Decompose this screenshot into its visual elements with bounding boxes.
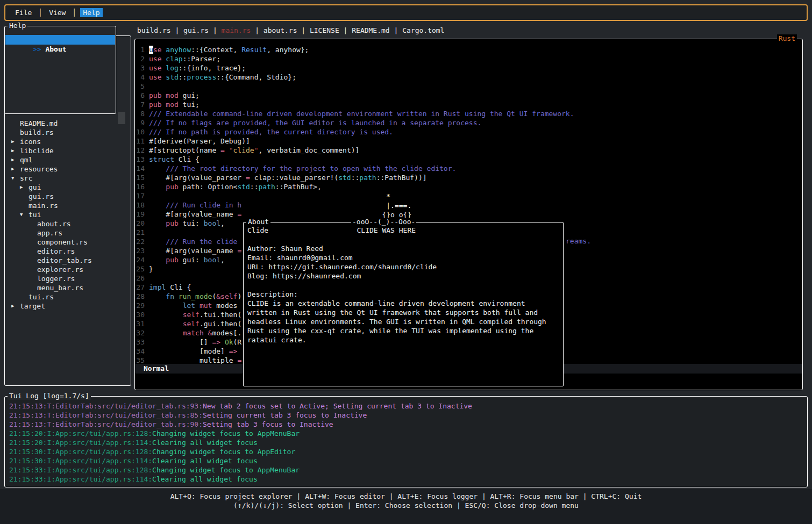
tree-item-component.rs[interactable]: component.rs (5, 238, 131, 247)
log-entry-message: Changing widget focus to AppMenuBar (152, 429, 300, 437)
code-line[interactable]: 9/// If no flags are provided, the GUI e… (135, 118, 802, 127)
menu-item-help[interactable]: Help (80, 8, 102, 17)
help-dropdown: Help >> About (4, 26, 116, 114)
line-number: 8 (135, 109, 145, 118)
language-badge: Rust (777, 34, 797, 42)
menu-item-file[interactable]: File (12, 8, 34, 17)
tree-item-label: icons (20, 137, 41, 146)
tree-item-README.md[interactable]: README.md (5, 119, 131, 128)
code-line[interactable]: 13struct Cli { (135, 155, 802, 164)
keybar-line-1: ALT+Q: Focus project explorer | ALT+W: F… (0, 492, 812, 501)
code-line[interactable]: 1use anyhow::{Context, Result, anyhow}; (135, 45, 802, 54)
code-line[interactable]: 12#[structopt(name = "clide", verbatim_d… (135, 146, 802, 155)
code-line[interactable]: 10/// If no path is provided, the curren… (135, 127, 802, 137)
text-cursor: u (149, 46, 153, 54)
tree-item-resources[interactable]: ▶resources (5, 164, 131, 174)
code-line-text: /// The root directory for the project t… (149, 164, 456, 173)
tab-LICENSE[interactable]: LICENSE (310, 26, 339, 34)
code-line[interactable]: 16 pub path: Option<std::path::PathBuf>, (135, 182, 802, 191)
tab-separator: | (297, 26, 309, 34)
line-number: 11 (135, 137, 145, 146)
log-entry-prefix: 21:15:30:I:App:src/tui/app.rs:128: (9, 448, 152, 456)
line-number: 29 (135, 301, 145, 310)
tree-item-gui.rs[interactable]: gui.rs (5, 192, 131, 201)
log-entry: 21:15:30:I:App:src/tui/app.rs:128:Changi… (9, 447, 803, 456)
help-menu-item-label-text: About (45, 45, 66, 53)
tree-item-editor_tab.rs[interactable]: editor_tab.rs (5, 256, 131, 265)
log-entry-prefix: 21:15:13:T:EditorTab:src/tui/editor_tab.… (9, 411, 203, 419)
line-number: 7 (135, 100, 145, 109)
tab-README.md[interactable]: README.md (352, 26, 389, 34)
code-line[interactable]: 8/// Extendable command-line driven deve… (135, 109, 802, 118)
tree-item-tui[interactable]: ▼tui (5, 210, 131, 219)
code-line[interactable]: 14 /// The root directory for the projec… (135, 164, 802, 173)
about-dialog-content: Clide CLIDE WAS HERE Author: Shaun Reed … (247, 226, 546, 344)
log-entry-prefix: 21:15:20:I:App:src/tui/app.rs:128: (9, 429, 152, 437)
line-number: 4 (135, 73, 145, 82)
code-line[interactable]: 15 #[arg(value_parser = clap::value_pars… (135, 173, 802, 182)
tree-item-label: menu_bar.rs (37, 283, 83, 292)
log-entry-prefix: 21:15:20:I:App:src/tui/app.rs:114: (9, 439, 152, 447)
line-number: 12 (135, 146, 145, 155)
code-line-text: pub path: Option<std::path::PathBuf>, (149, 182, 322, 191)
code-line[interactable]: 3use log::{info, trace}; (135, 63, 802, 73)
tab-Cargo.toml[interactable]: Cargo.toml (402, 26, 444, 34)
code-line-text: [mode] => (149, 347, 237, 356)
tab-build.rs[interactable]: build.rs (137, 26, 171, 34)
chevron-right-icon: ▶ (11, 137, 20, 146)
code-line[interactable]: 5 (135, 82, 802, 91)
tree-item-label: gui.rs (29, 192, 54, 201)
code-line-text: #[arg(value_name = (149, 246, 241, 255)
tree-item-target[interactable]: ▶target (5, 302, 131, 311)
tree-item-logger.rs[interactable]: logger.rs (5, 274, 131, 283)
help-dropdown-title: Help (8, 21, 27, 30)
log-entries: 21:15:13:T:EditorTab:src/tui/editor_tab.… (9, 401, 803, 484)
tree-item-tui.rs[interactable]: tui.rs (5, 292, 131, 302)
code-line-text: #[structopt(name = "clide", verbatim_doc… (149, 146, 359, 155)
line-number: 15 (135, 173, 145, 182)
tui-log-panel: Tui Log [log=1.7/s] 21:15:13:T:EditorTab… (4, 396, 808, 487)
tab-about.rs[interactable]: about.rs (263, 26, 297, 34)
code-line[interactable]: 6pub mod gui; (135, 91, 802, 100)
line-number: 28 (135, 292, 145, 301)
tree-item-menu_bar.rs[interactable]: menu_bar.rs (5, 283, 131, 292)
line-number: 24 (135, 255, 145, 264)
help-menu-item-about[interactable]: >> About (5, 35, 115, 45)
menu-item-view[interactable]: View (46, 8, 68, 17)
tab-separator: | (171, 26, 183, 34)
code-line[interactable]: 11#[derive(Parser, Debug)] (135, 137, 802, 146)
line-number: 26 (135, 274, 145, 283)
tree-item-explorer.rs[interactable]: explorer.rs (5, 265, 131, 274)
line-number: 16 (135, 182, 145, 191)
chevron-right-icon: ▶ (11, 302, 20, 311)
tree-item-qml[interactable]: ▶qml (5, 155, 131, 164)
tree-item-label: resources (20, 164, 58, 174)
tree-item-icons[interactable]: ▶icons (5, 137, 131, 146)
code-line-text: struct Cli { (149, 155, 200, 164)
code-line[interactable]: 4use std::process::{Command, Stdio}; (135, 73, 802, 82)
menu-separator: │ (72, 9, 76, 17)
tree-item-label: target (20, 302, 45, 311)
tree-item-app.rs[interactable]: app.rs (5, 228, 131, 238)
editor-tab-bar: build.rs | gui.rs | main.rs | about.rs |… (137, 26, 444, 34)
tree-item-libclide[interactable]: ▶libclide (5, 146, 131, 155)
line-number: 14 (135, 164, 145, 173)
tree-item-gui[interactable]: ▶gui (5, 183, 131, 192)
code-line-text: #[arg(value_parser = clap::value_parser!… (149, 173, 427, 182)
code-line-text: /// If no path is provided, the current … (149, 127, 393, 137)
explorer-scrollbar-thumb[interactable] (118, 112, 125, 124)
line-number: 13 (135, 155, 145, 164)
code-line[interactable]: 7pub mod tui; (135, 100, 802, 109)
log-entry-prefix: 21:15:13:T:EditorTab:src/tui/editor_tab.… (9, 402, 203, 410)
line-number: 10 (135, 127, 145, 137)
tree-item-main.rs[interactable]: main.rs (5, 201, 131, 210)
tree-item-src[interactable]: ▼src (5, 174, 131, 183)
tab-main.rs[interactable]: main.rs (222, 26, 251, 34)
tree-item-about.rs[interactable]: about.rs (5, 219, 131, 228)
tab-gui.rs[interactable]: gui.rs (183, 26, 209, 34)
code-line[interactable]: 2use clap::Parser; (135, 54, 802, 63)
tree-item-editor.rs[interactable]: editor.rs (5, 247, 131, 256)
tree-item-build.rs[interactable]: build.rs (5, 128, 131, 137)
log-entry-prefix: 21:15:33:I:App:src/tui/app.rs:114: (9, 475, 152, 483)
line-number: 1 (135, 45, 145, 54)
